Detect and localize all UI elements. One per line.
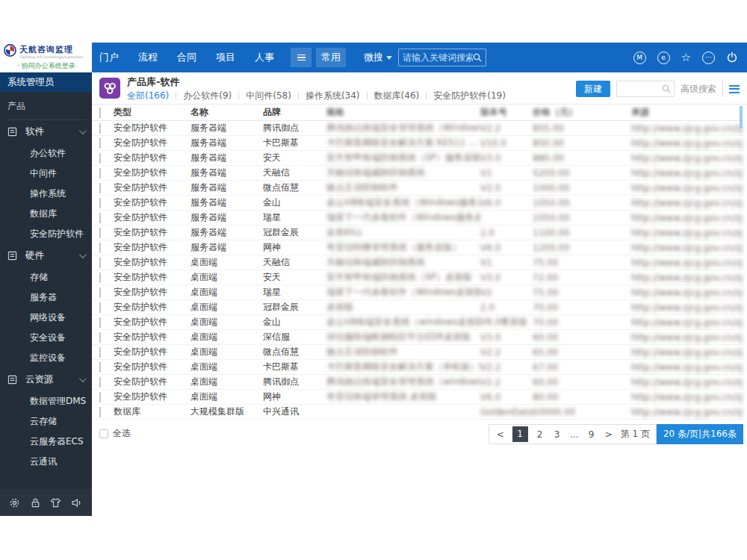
new-button[interactable]: 新建: [576, 81, 610, 97]
row-checkbox[interactable]: [99, 302, 101, 313]
row-checkbox[interactable]: [99, 273, 101, 283]
advanced-search-button[interactable]: 高级搜索: [674, 81, 722, 97]
sidebar-item-0-2[interactable]: 操作系统: [0, 184, 92, 204]
sidebar-item-1-1[interactable]: 服务器: [0, 287, 92, 308]
row-checkbox[interactable]: [99, 138, 101, 149]
table-row[interactable]: 安全防护软件桌面端安天安天智甲终端防御系统（SP）桌面版V3.072.00htt…: [92, 270, 743, 285]
messages-icon[interactable]: M: [633, 52, 646, 64]
tab-2[interactable]: 中间件(58): [246, 90, 291, 102]
row-checkbox[interactable]: [99, 198, 101, 208]
table-row[interactable]: 安全防护软件桌面端深信服深信服终端检测响应平台EDR桌面版V3.060.00ht…: [92, 330, 743, 345]
more-options-icon[interactable]: ···: [702, 52, 715, 64]
row-checkbox[interactable]: [99, 183, 101, 193]
table-row[interactable]: 安全防护软件桌面端天融信天融信终端威胁防御系统V175.00http://www…: [92, 255, 743, 270]
tab-0[interactable]: 全部(166): [127, 90, 169, 102]
pager-item-6[interactable]: >: [604, 427, 614, 442]
search-icon[interactable]: [473, 53, 482, 62]
row-checkbox[interactable]: [99, 377, 101, 388]
nav-menu-button[interactable]: [291, 48, 311, 67]
sidebar-item-2-3[interactable]: 云通讯: [0, 452, 92, 472]
table-search-input[interactable]: [617, 84, 659, 94]
sidebar-item-2-2[interactable]: 云服务器ECS: [0, 432, 92, 452]
table-row[interactable]: 安全防护软件服务器端腾讯御点腾讯御点终端安全管理系统（Windows版）V2.2…: [92, 121, 743, 136]
nav-item-2[interactable]: 合同: [177, 51, 196, 64]
pager-page-current[interactable]: 1: [512, 426, 528, 442]
pager-item-4[interactable]: ...: [569, 427, 580, 442]
sidebar-item-1-0[interactable]: 存储: [0, 267, 92, 287]
nav-item-0[interactable]: 门户: [99, 51, 119, 64]
pager-item-3[interactable]: 3: [552, 427, 562, 442]
table-row[interactable]: 安全防护软件服务器端瑞星瑞星下一代杀毒软件（Windows服务器版）1050.0…: [92, 211, 743, 225]
sidebar-item-0-4[interactable]: 安全防护软件: [0, 224, 92, 244]
sidebar-item-0-0[interactable]: 办公软件: [0, 143, 92, 164]
scrollbar-thumb[interactable]: [740, 106, 743, 128]
list-view-icon[interactable]: [729, 83, 740, 96]
sidebar-group-0[interactable]: 软件: [0, 120, 92, 143]
table-row[interactable]: 安全防护软件服务器端冠群金辰金辰KILL2.01100.00http://www…: [92, 225, 743, 240]
settings-gear-icon[interactable]: [9, 497, 20, 508]
sidebar-item-0-3[interactable]: 数据库: [0, 204, 92, 224]
row-checkbox[interactable]: [99, 347, 101, 358]
global-search-input[interactable]: [403, 52, 473, 63]
sidebar-item-1-3[interactable]: 安全设备: [0, 328, 92, 348]
row-checkbox[interactable]: [99, 123, 101, 134]
nav-pinned-tab[interactable]: 常用: [316, 48, 346, 67]
nav-item-4[interactable]: 人事: [255, 51, 274, 64]
table-row[interactable]: 安全防护软件桌面端微点佰慧微点主动防御软件V2.265.00http://www…: [92, 345, 743, 360]
sidebar-item-2-1[interactable]: 云存储: [0, 411, 92, 432]
row-checkbox[interactable]: [99, 258, 101, 268]
nav-item-3[interactable]: 项目: [216, 51, 235, 64]
tab-3[interactable]: 操作系统(34): [306, 90, 360, 102]
row-checkbox[interactable]: [99, 287, 101, 298]
tab-1[interactable]: 办公软件(9): [183, 90, 232, 102]
table-row[interactable]: 安全防护软件桌面端腾讯御点腾讯御点终端安全管理系统（windows）V2.2V2…: [92, 375, 743, 390]
row-checkbox[interactable]: [99, 213, 101, 223]
search-scope-dropdown[interactable]: 微搜: [364, 51, 392, 64]
e-service-icon[interactable]: e: [657, 52, 670, 64]
sidebar-group-2[interactable]: 云资源: [0, 368, 92, 391]
favorites-star-icon[interactable]: ☆: [681, 52, 691, 63]
cell-src: http://www.zjcg.gov.cn/zjcg/: [631, 407, 743, 417]
power-logout-icon[interactable]: [726, 52, 738, 63]
table-row[interactable]: 安全防护软件服务器端金山金山V8终端安全系统（Windows服务器版）V6.01…: [92, 196, 743, 211]
table-row[interactable]: 安全防护软件服务器端微点佰慧微点主动防御软件V2.01000.00http://…: [92, 181, 743, 196]
theme-shirt-icon[interactable]: [50, 497, 61, 508]
sidebar-item-0-1[interactable]: 中间件: [0, 164, 92, 184]
sidebar-item-1-4[interactable]: 监控设备: [0, 348, 92, 368]
table-row[interactable]: 数据库大规模集群版中兴通讯GoldenData s…50000.00http:/…: [92, 405, 743, 420]
table-row[interactable]: 安全防护软件桌面端卡巴斯基卡巴斯基网络安全解决方案（单机版）KES11 - KS…: [92, 360, 743, 375]
search-icon[interactable]: [659, 84, 674, 93]
table-row[interactable]: 安全防护软件服务器端天融信天融信终端威胁防御系统V15200.00http://…: [92, 166, 743, 181]
lock-icon[interactable]: [30, 497, 41, 508]
row-checkbox[interactable]: [99, 317, 101, 328]
row-checkbox[interactable]: [99, 407, 101, 417]
pager-item-0[interactable]: <: [495, 427, 506, 442]
sidebar-item-2-0[interactable]: 数据管理DMS: [0, 391, 92, 411]
sidebar-item-1-2[interactable]: 网络设备: [0, 308, 92, 328]
page-size-badge[interactable]: 20 条/页|共166条: [657, 424, 743, 444]
table-row[interactable]: 安全防护软件桌面端冠群金辰桌面版2.070.00http://www.zjcg.…: [92, 300, 743, 315]
sidebar-group-1[interactable]: 硬件: [0, 244, 92, 267]
table-row[interactable]: 安全防护软件服务器端安天安天智甲终端防御系统（SP）服务器版V3.0880.00…: [92, 151, 743, 166]
nav-item-1[interactable]: 流程: [138, 51, 158, 64]
tab-4[interactable]: 数据库(46): [374, 90, 420, 102]
table-row[interactable]: 安全防护软件服务器端卡巴斯基卡巴斯基网络安全解决方案 KES11 …V10.08…: [92, 136, 743, 151]
select-all-checkbox[interactable]: [99, 429, 108, 438]
speaker-icon[interactable]: [71, 497, 83, 508]
row-checkbox[interactable]: [99, 168, 101, 178]
table-row[interactable]: 安全防护软件桌面端网神奇安信终端管理系统 桌面版V6.080.00http://…: [92, 390, 743, 405]
table-row[interactable]: 安全防护软件桌面端金山金山V8终端安全系统（windows桌面版）V6.0重装版…: [92, 315, 743, 330]
row-checkbox[interactable]: [99, 362, 101, 373]
row-checkbox[interactable]: [99, 392, 101, 402]
oa-login-link[interactable]: · 协同办公系统登录: [4, 61, 89, 71]
table-row[interactable]: 安全防护软件桌面端瑞星瑞星下一代杀毒软件（Windows桌面版）V275.00h…: [92, 285, 743, 300]
row-checkbox[interactable]: [99, 228, 101, 238]
tab-5[interactable]: 安全防护软件(19): [433, 90, 506, 102]
row-checkbox[interactable]: [99, 153, 101, 164]
header-checkbox[interactable]: [99, 108, 101, 118]
row-checkbox[interactable]: [99, 243, 101, 253]
row-checkbox[interactable]: [99, 332, 101, 343]
table-row[interactable]: 安全防护软件服务器端网神奇安信特種管理系统（服务器版）V6.01200.00ht…: [92, 240, 743, 255]
pager-item-5[interactable]: 9: [586, 427, 597, 442]
pager-item-2[interactable]: 2: [535, 427, 545, 442]
